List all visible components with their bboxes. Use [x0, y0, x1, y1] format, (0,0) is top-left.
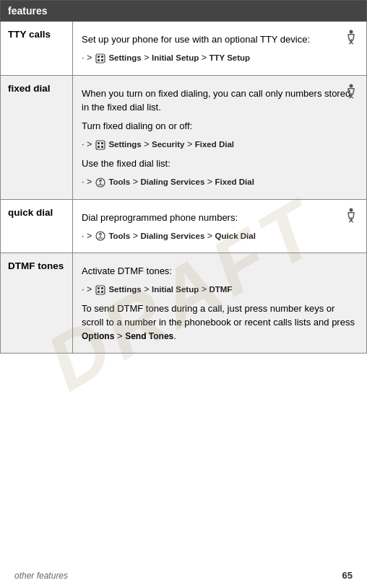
svg-rect-14	[98, 142, 100, 144]
security-menu: Security	[152, 140, 184, 149]
svg-line-2	[349, 43, 351, 44]
svg-rect-28	[96, 286, 105, 294]
dtmf-desc1: Activate DTMF tones:	[82, 265, 358, 278]
page-footer: other features 65	[0, 558, 367, 588]
svg-rect-30	[101, 287, 103, 289]
fixed-dial-nav2: · > Tools >	[82, 175, 358, 189]
settings-menu: Settings	[108, 140, 141, 149]
dtmf-desc2: To send DTMF tones during a call, just p…	[82, 302, 358, 343]
dtmf-nav1: · > Settin	[82, 283, 358, 297]
nav-arrow3: >	[202, 53, 210, 63]
content-quick-dial: Dial preprogrammed phone numbers: · >	[73, 199, 367, 253]
table-row: TTY calls Set up your	[1, 22, 367, 76]
feature-fixed-dial: fixed dial	[1, 75, 73, 199]
fixed-dial-desc1: When you turn on fixed dialing, you can …	[82, 87, 358, 115]
svg-rect-5	[98, 56, 100, 58]
send-tones-label: Send Tones	[125, 331, 173, 341]
options-label: Options	[82, 331, 114, 341]
svg-rect-17	[101, 146, 103, 148]
svg-line-23	[349, 221, 351, 222]
dialing-services-menu: Dialing Services	[140, 177, 204, 186]
accessibility-icon-tty	[343, 29, 359, 51]
table-container: features TTY calls	[0, 0, 367, 354]
footer-label: other features	[14, 571, 68, 581]
tty-desc: Set up your phone for use with an option…	[82, 33, 358, 47]
tty-nav: · > Settin	[82, 51, 358, 65]
bullet-icon: ·	[82, 139, 85, 149]
nav-arrow1: >	[87, 53, 95, 63]
bullet-icon: ·	[82, 230, 85, 241]
content-tty-calls: Set up your phone for use with an option…	[73, 22, 367, 76]
fixed-dial-section1: Turn fixed dialing on or off:	[82, 120, 358, 133]
accessibility-icon-fixed	[343, 83, 359, 105]
footer-page: 65	[342, 570, 353, 581]
bullet-icon: ·	[82, 176, 85, 187]
svg-line-24	[351, 221, 353, 222]
table-row: fixed dial When you turn on fixed di	[1, 75, 367, 199]
svg-rect-31	[98, 291, 100, 293]
svg-rect-4	[96, 54, 105, 63]
nav-arrow2: >	[144, 53, 152, 63]
svg-rect-13	[96, 141, 105, 149]
tools-menu2: Tools	[108, 232, 130, 240]
svg-rect-6	[101, 56, 103, 58]
table-row: quick dial Dial preprogrammed phone	[1, 199, 367, 253]
fixed-dial-menu2: Fixed Dial	[215, 177, 254, 186]
features-table: features TTY calls	[0, 0, 367, 354]
fixed-dial-nav1: · > Settin	[82, 138, 358, 152]
table-header: features	[1, 1, 367, 22]
tty-setup-menu: TTY Setup	[209, 53, 250, 62]
fixed-dial-section2: Use the fixed dial list:	[82, 157, 358, 171]
table-row: DTMF tones Activate DTMF tones: · >	[1, 253, 367, 353]
dialing-services-menu2: Dialing Services	[140, 232, 204, 240]
page-wrapper: DRAFT features TTY calls	[0, 0, 367, 588]
svg-point-9	[350, 84, 353, 87]
accessibility-icon-quick	[343, 207, 359, 229]
svg-point-0	[350, 30, 353, 34]
quick-dial-desc: Dial preprogrammed phone numbers:	[82, 211, 358, 225]
bullet-icon: ·	[82, 52, 85, 63]
svg-rect-7	[98, 59, 100, 61]
svg-line-11	[349, 97, 351, 98]
settings-menu2: Settings	[108, 285, 141, 294]
svg-rect-15	[101, 142, 103, 144]
quick-dial-nav: · > Tools >	[82, 229, 358, 243]
svg-line-12	[351, 97, 353, 98]
dtmf-menu: DTMF	[209, 285, 232, 294]
svg-line-3	[351, 43, 353, 44]
initial-setup-menu: Initial Setup	[152, 53, 199, 62]
quick-dial-menu: Quick Dial	[215, 232, 256, 240]
feature-tty-calls: TTY calls	[1, 22, 73, 76]
content-dtmf: Activate DTMF tones: · >	[73, 253, 367, 353]
initial-setup-menu2: Initial Setup	[152, 285, 199, 294]
content-fixed-dial: When you turn on fixed dialing, you can …	[73, 75, 367, 199]
table-header-row: features	[1, 1, 367, 22]
svg-rect-29	[98, 287, 100, 289]
bullet-icon: ·	[82, 284, 85, 294]
svg-rect-8	[101, 59, 103, 61]
fixed-dial-menu: Fixed Dial	[195, 140, 234, 149]
feature-quick-dial: quick dial	[1, 199, 73, 253]
svg-rect-16	[98, 146, 100, 148]
feature-dtmf: DTMF tones	[1, 253, 73, 353]
tools-menu: Tools	[108, 177, 130, 186]
settings-menu: Settings	[108, 53, 141, 62]
svg-rect-32	[101, 291, 103, 293]
svg-point-21	[350, 208, 353, 211]
